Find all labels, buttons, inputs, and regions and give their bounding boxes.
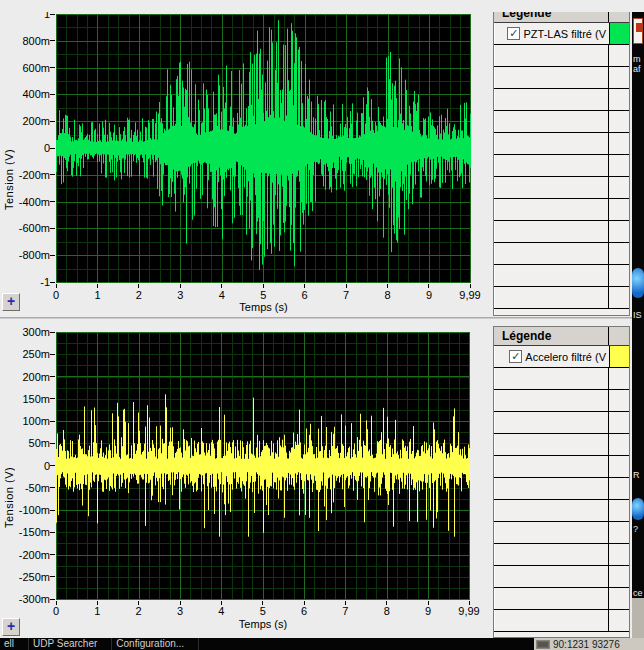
- legend-panel-bottom: Légende ✓ Accelero filtré (V: [493, 326, 630, 638]
- desktop-text-fragment: af: [633, 64, 641, 74]
- top-margin: [0, 0, 644, 12]
- y-tick-label: -400m: [4, 196, 50, 208]
- y-tick-mark: [50, 174, 55, 175]
- legend-row-empty[interactable]: [494, 566, 629, 588]
- legend-row-empty[interactable]: [494, 610, 629, 632]
- pdf-document-icon: [633, 18, 643, 44]
- legend-label-pzt: PZT-LAS filtré (V: [523, 28, 606, 40]
- legend-label-accelero: Accelero filtré (V: [525, 351, 606, 363]
- checkbox-accelero[interactable]: ✓: [509, 350, 522, 363]
- y-tick-label: 400m: [4, 88, 50, 100]
- legend-row-empty[interactable]: [494, 199, 629, 221]
- waveform-graph-accelero[interactable]: [56, 332, 470, 600]
- legend-row-empty[interactable]: [494, 412, 629, 434]
- graph-palette-button-top[interactable]: +: [2, 293, 20, 311]
- x-tick-label: 7: [324, 289, 368, 301]
- y-tick-label: 50m: [4, 437, 50, 449]
- legend-row-empty[interactable]: [494, 478, 629, 500]
- legend-row-empty[interactable]: [494, 89, 629, 111]
- y-tick-label: -200m: [4, 549, 50, 561]
- y-tick-mark: [50, 554, 55, 555]
- x-tick-label: 0: [34, 289, 78, 301]
- y-tick-mark: [50, 201, 55, 202]
- x-axis-title-bottom: Temps (s): [56, 618, 470, 630]
- y-tick-label: -250m: [4, 571, 50, 583]
- y-tick-label: -100m: [4, 504, 50, 516]
- x-tick-label: 5: [241, 289, 285, 301]
- taskbar-tray: 90:1231 93276: [534, 638, 644, 650]
- y-tick-label: 100m: [4, 415, 50, 427]
- desktop-text-fragment: IS: [633, 310, 642, 320]
- y-tick-mark: [50, 487, 55, 488]
- x-tick-mark: [387, 284, 388, 288]
- legend-row-empty[interactable]: [494, 243, 629, 265]
- legend-row-empty[interactable]: [494, 67, 629, 89]
- y-tick-label: 600m: [4, 62, 50, 74]
- y-tick-mark: [50, 510, 55, 511]
- y-tick-label: 0: [4, 142, 50, 154]
- waveform-graph-pzt[interactable]: [56, 14, 471, 283]
- x-tick-label: 8: [366, 289, 410, 301]
- taskbar-item-2[interactable]: Configuration...: [112, 638, 199, 650]
- legend-empty-rows-top: [494, 45, 629, 309]
- legend-row-empty[interactable]: [494, 588, 629, 610]
- color-swatch-accelero[interactable]: [609, 346, 629, 367]
- y-tick-label: 300m: [4, 326, 50, 338]
- legend-row-empty[interactable]: [494, 133, 629, 155]
- x-tick-mark: [428, 284, 429, 288]
- legend-row-empty[interactable]: [494, 390, 629, 412]
- legend-row-empty[interactable]: [494, 456, 629, 478]
- labview-front-panel: Tension (V) Temps (s) + Légende ✓ PZT-LA…: [0, 0, 644, 650]
- app-icon-blue-2: [632, 498, 644, 520]
- legend-row-empty[interactable]: [494, 221, 629, 243]
- plus-icon: +: [7, 618, 15, 634]
- legend-row-empty[interactable]: [494, 434, 629, 456]
- y-tick-mark: [50, 94, 55, 95]
- y-tick-label: 200m: [4, 115, 50, 127]
- desktop-text-fragment: m: [633, 54, 641, 64]
- x-tick-mark: [97, 284, 98, 288]
- legend-empty-rows-bottom: [494, 368, 629, 632]
- x-tick-label: 8: [365, 605, 409, 617]
- legend-row-empty[interactable]: [494, 368, 629, 390]
- y-tick-label: -150m: [4, 526, 50, 538]
- y-tick-mark: [50, 332, 55, 333]
- legend-row-empty[interactable]: [494, 265, 629, 287]
- y-tick-label: -800m: [4, 249, 50, 261]
- legend-row-empty[interactable]: [494, 500, 629, 522]
- x-tick-label: 4: [199, 605, 243, 617]
- legend-row-empty[interactable]: [494, 287, 629, 309]
- x-tick-mark: [138, 284, 139, 288]
- legend-row-empty[interactable]: [494, 544, 629, 566]
- legend-row-empty[interactable]: [494, 111, 629, 133]
- y-tick-mark: [50, 532, 55, 533]
- x-tick-label: 6: [282, 605, 326, 617]
- legend-row-pzt[interactable]: ✓ PZT-LAS filtré (V: [494, 23, 629, 45]
- legend-row-accelero[interactable]: ✓ Accelero filtré (V: [494, 346, 629, 368]
- y-tick-mark: [50, 465, 55, 466]
- desktop-strip: mafISR?ce: [632, 12, 644, 650]
- legend-row-empty[interactable]: [494, 522, 629, 544]
- y-tick-label: 0: [4, 460, 50, 472]
- y-tick-mark: [50, 282, 55, 283]
- legend-row-empty[interactable]: [494, 177, 629, 199]
- graph-palette-button-bottom[interactable]: +: [2, 618, 20, 636]
- legend-row-empty[interactable]: [494, 155, 629, 177]
- taskbar-item-0[interactable]: ell: [0, 638, 29, 650]
- legend-row-empty[interactable]: [494, 45, 629, 67]
- y-tick-label: -1: [4, 276, 50, 288]
- x-tick-label: 5: [241, 605, 285, 617]
- x-tick-label: 3: [158, 605, 202, 617]
- y-tick-mark: [50, 255, 55, 256]
- legend-header-bottom: Légende: [494, 327, 629, 346]
- x-tick-mark: [470, 284, 471, 288]
- x-tick-label: 4: [200, 289, 244, 301]
- x-tick-label: 6: [283, 289, 327, 301]
- taskbar-item-1[interactable]: UDP Searcher: [29, 638, 112, 650]
- tray-icon[interactable]: [536, 640, 550, 649]
- x-tick-mark: [263, 284, 264, 288]
- y-tick-label: 200m: [4, 371, 50, 383]
- y-tick-mark: [50, 376, 55, 377]
- color-swatch-pzt[interactable]: [609, 23, 629, 44]
- checkbox-pzt[interactable]: ✓: [507, 27, 520, 40]
